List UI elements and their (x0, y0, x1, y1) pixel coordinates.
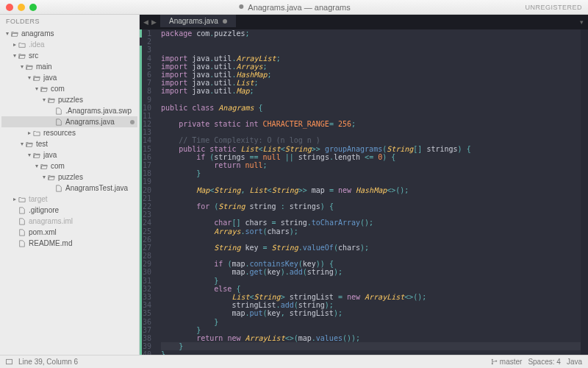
line-number[interactable]: 22 (143, 202, 151, 210)
code-line[interactable]: List<String> stringList = new ArrayList<… (161, 293, 581, 301)
code-line[interactable]: private static int CHARACTER_RANGE= 256; (161, 120, 581, 128)
code-line[interactable]: Map<String, List<String>> map = new Hash… (161, 186, 581, 194)
code-line[interactable]: } (161, 169, 581, 177)
disclosure-triangle-icon[interactable]: ▸ (12, 41, 18, 48)
disclosure-triangle-icon[interactable]: ▾ (41, 96, 47, 103)
line-number[interactable]: 11 (143, 112, 151, 120)
line-number[interactable]: 1 (143, 29, 151, 38)
code-line[interactable]: import java.util.ArrayList; (161, 54, 581, 63)
code-line[interactable] (161, 252, 581, 260)
line-number[interactable]: 37 (143, 326, 151, 334)
line-number[interactable]: 29 (143, 260, 151, 268)
tree-folder[interactable]: ▾java (1, 149, 137, 160)
tab-overflow-button[interactable]: ▾ (575, 15, 588, 29)
code-line[interactable]: import java.util.HashMap; (161, 71, 581, 79)
line-number[interactable]: 6 (143, 71, 151, 79)
code-line[interactable] (161, 46, 581, 54)
chevron-right-icon[interactable]: ▶ (151, 18, 157, 26)
line-number[interactable]: 13 (143, 128, 151, 136)
status-cursor-position[interactable]: Line 39, Column 6 (18, 358, 78, 366)
code-line[interactable]: } (161, 318, 581, 326)
disclosure-triangle-icon[interactable]: ▾ (4, 30, 10, 37)
tree-folder[interactable]: ▾anagrams (1, 28, 137, 39)
code-line[interactable]: return null; (161, 161, 581, 169)
code-line[interactable] (161, 112, 581, 120)
code-line[interactable]: import java.util.List; (161, 79, 581, 87)
line-number[interactable]: 9 (143, 96, 151, 104)
code-line[interactable] (161, 96, 581, 104)
window-close-button[interactable] (6, 4, 13, 11)
tree-folder[interactable]: ▾com (1, 83, 137, 94)
code-line[interactable]: map.put(key, stringList); (161, 309, 581, 317)
tree-file[interactable]: README.md (1, 238, 137, 249)
code-line[interactable]: String key = String.valueOf(chars); (161, 244, 581, 252)
line-number[interactable]: 14 (143, 136, 151, 144)
line-number[interactable]: 15 (143, 145, 151, 153)
code-line[interactable] (161, 177, 581, 185)
line-number[interactable]: 2 (143, 38, 151, 46)
line-number[interactable]: 3 (143, 46, 151, 54)
editor-tab[interactable]: Anagrams.java (160, 15, 237, 27)
line-number-gutter[interactable]: 1234567891011121314151617181920212223242… (140, 29, 158, 355)
window-minimize-button[interactable] (18, 4, 25, 11)
disclosure-triangle-icon[interactable]: ▸ (26, 130, 32, 136)
code-line[interactable]: Arrays.sort(chars); (161, 227, 581, 236)
line-number[interactable]: 10 (143, 104, 151, 112)
status-syntax[interactable]: Java (567, 358, 582, 366)
code-line[interactable]: if (map.containsKey(key)) { (161, 260, 581, 268)
tab-history-nav[interactable]: ◀ ▶ (140, 15, 160, 29)
line-number[interactable]: 27 (143, 244, 151, 252)
line-number[interactable]: 5 (143, 63, 151, 71)
line-number[interactable]: 38 (143, 334, 151, 342)
minimap-scrollbar[interactable] (581, 29, 588, 355)
code-line[interactable]: if (strings == null || strings.length <=… (161, 153, 581, 161)
line-number[interactable]: 32 (143, 285, 151, 293)
tree-folder[interactable]: ▸resources (1, 127, 137, 138)
tree-file[interactable]: .Anagrams.java.swp (1, 105, 137, 116)
line-number[interactable]: 23 (143, 210, 151, 219)
code-line[interactable]: map.get(key).add(string); (161, 268, 581, 276)
disclosure-triangle-icon[interactable]: ▾ (19, 141, 25, 147)
code-line[interactable]: public class Anagrams { (161, 104, 581, 112)
tree-folder[interactable]: ▾java (1, 72, 137, 83)
code-line[interactable]: } (161, 277, 581, 285)
code-line[interactable] (161, 236, 581, 244)
code-line[interactable]: } (161, 342, 581, 350)
disclosure-triangle-icon[interactable]: ▾ (19, 63, 25, 70)
code-line[interactable] (161, 128, 581, 136)
line-number[interactable]: 25 (143, 227, 151, 236)
status-indent[interactable]: Spaces: 4 (528, 358, 560, 366)
code-line[interactable]: public static List<List<String>> groupAn… (161, 145, 581, 153)
line-number[interactable]: 33 (143, 293, 151, 301)
disclosure-triangle-icon[interactable]: ▾ (12, 52, 18, 59)
disclosure-triangle-icon[interactable]: ▾ (34, 85, 40, 92)
line-number[interactable]: 21 (143, 194, 151, 202)
code-line[interactable]: import java.util.Arrays; (161, 63, 581, 71)
tree-file[interactable]: anagrams.iml (1, 216, 137, 227)
line-number[interactable]: 4 (143, 54, 151, 63)
disclosure-triangle-icon[interactable]: ▾ (41, 174, 47, 180)
line-number[interactable]: 8 (143, 87, 151, 95)
code-line[interactable] (161, 210, 581, 219)
line-number[interactable]: 24 (143, 219, 151, 227)
tree-file[interactable]: Anagrams.java (1, 116, 137, 127)
line-number[interactable]: 18 (143, 169, 151, 177)
tree-file[interactable]: pom.xml (1, 227, 137, 238)
code-line[interactable]: for (String string : strings) { (161, 202, 581, 210)
line-number[interactable]: 30 (143, 268, 151, 276)
window-zoom-button[interactable] (29, 4, 37, 11)
disclosure-triangle-icon[interactable]: ▾ (34, 163, 40, 169)
tree-folder[interactable]: ▸.idea (1, 39, 137, 50)
tree-folder[interactable]: ▾src (1, 50, 137, 61)
code-line[interactable]: // Time Complexity: O (n log n ) (161, 136, 581, 144)
tree-folder[interactable]: ▸target (1, 194, 137, 205)
code-line[interactable]: else { (161, 285, 581, 293)
line-number[interactable]: 7 (143, 79, 151, 87)
tree-file[interactable]: .gitignore (1, 205, 137, 216)
line-number[interactable]: 17 (143, 161, 151, 169)
tree-file[interactable]: AnagramsTest.java (1, 183, 137, 194)
code-line[interactable]: char[] chars = string.toCharArray(); (161, 219, 581, 227)
tree-folder[interactable]: ▾puzzles (1, 171, 137, 183)
code-line[interactable]: stringList.add(string); (161, 301, 581, 309)
line-number[interactable]: 19 (143, 177, 151, 185)
